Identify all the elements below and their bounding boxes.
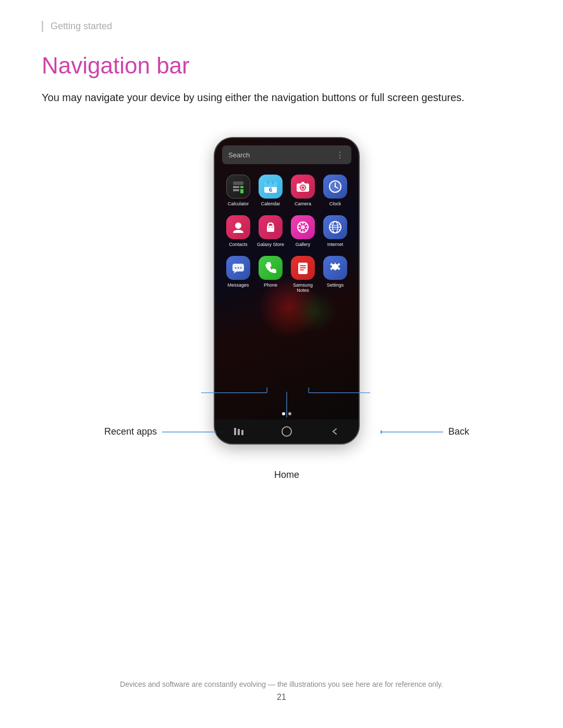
nav-back-button[interactable] [324, 424, 345, 439]
camera-icon [291, 175, 315, 199]
svg-rect-3 [240, 186, 243, 188]
phone-screen: Search ⋮ [215, 138, 359, 443]
svg-rect-0 [233, 181, 243, 185]
back-label: Back [448, 426, 469, 437]
app-item-internet[interactable]: Internet [319, 211, 351, 252]
clock-icon [323, 175, 347, 199]
svg-point-15 [302, 187, 304, 189]
phone-mockup: Search ⋮ [214, 137, 360, 445]
app-grid: Calculator 6 Calendar [222, 170, 351, 298]
svg-point-42 [240, 267, 242, 268]
galaxy-store-label: Galaxy Store [257, 242, 284, 248]
app-item-calendar[interactable]: 6 Calendar [254, 170, 287, 211]
samsung-notes-icon [291, 256, 315, 280]
page-description: You may navigate your device by using ei… [42, 89, 490, 106]
home-circle [282, 426, 292, 437]
gallery-icon [291, 215, 315, 239]
calculator-icon [226, 175, 250, 199]
svg-point-22 [235, 223, 241, 229]
svg-line-35 [299, 229, 301, 231]
svg-point-27 [301, 225, 305, 229]
svg-text:6: 6 [269, 187, 272, 193]
svg-rect-50 [241, 430, 243, 435]
svg-point-41 [238, 267, 239, 268]
svg-rect-16 [307, 184, 308, 186]
contacts-label: Contacts [229, 242, 248, 248]
svg-rect-5 [237, 189, 239, 191]
app-item-contacts[interactable]: Contacts [222, 211, 254, 252]
breadcrumb: Getting started [42, 21, 532, 32]
svg-rect-48 [234, 428, 236, 435]
dot-2 [288, 412, 291, 415]
messages-label: Messages [227, 282, 249, 288]
settings-icon [323, 256, 347, 280]
diagram-container: Search ⋮ [104, 137, 469, 445]
search-menu-icon[interactable]: ⋮ [336, 150, 345, 160]
svg-point-40 [235, 267, 237, 268]
svg-line-34 [305, 224, 307, 225]
svg-line-32 [299, 224, 301, 225]
calendar-label: Calendar [261, 201, 280, 207]
svg-rect-49 [238, 429, 240, 435]
recent-apps-label: Recent apps [104, 426, 157, 437]
app-item-clock[interactable]: Clock [319, 170, 351, 211]
svg-rect-12 [272, 181, 274, 184]
svg-line-33 [305, 229, 307, 231]
calendar-icon: 6 [259, 175, 283, 199]
app-item-messages[interactable]: Messages [222, 252, 254, 298]
phone-label: Phone [264, 282, 277, 288]
app-item-gallery[interactable]: Gallery [287, 211, 319, 252]
svg-rect-45 [300, 267, 306, 268]
nav-home-button[interactable] [276, 424, 297, 439]
app-item-phone[interactable]: Phone [254, 252, 287, 298]
calculator-label: Calculator [228, 201, 249, 207]
footer-disclaimer: Devices and software are constantly evol… [0, 680, 563, 688]
svg-rect-23 [267, 226, 274, 232]
messages-icon [226, 256, 250, 280]
svg-rect-44 [300, 265, 306, 266]
settings-label: Settings [327, 282, 344, 288]
svg-point-21 [335, 186, 336, 188]
phone-navbar [215, 419, 359, 443]
camera-label: Camera [295, 201, 311, 207]
dot-1 [282, 412, 285, 415]
svg-rect-2 [237, 186, 239, 188]
app-item-calculator[interactable]: Calculator [222, 170, 254, 211]
clock-label: Clock [329, 201, 341, 207]
phone-icon [259, 256, 283, 280]
svg-point-24 [268, 227, 270, 228]
internet-label: Internet [327, 242, 344, 248]
svg-rect-6 [240, 189, 243, 193]
app-item-samsung-notes[interactable]: Samsung Notes [287, 252, 319, 298]
page-title: Navigation bar [42, 53, 532, 79]
samsung-notes-label: Samsung Notes [289, 282, 317, 294]
phone-search-bar[interactable]: Search ⋮ [222, 145, 351, 164]
gallery-label: Gallery [296, 242, 311, 248]
nav-recent-button[interactable] [228, 424, 249, 439]
search-label: Search [228, 151, 250, 159]
internet-icon [323, 215, 347, 239]
contacts-icon [226, 215, 250, 239]
app-item-galaxy-store[interactable]: Galaxy Store [254, 211, 287, 252]
svg-rect-11 [267, 181, 269, 184]
svg-rect-1 [233, 186, 237, 188]
svg-rect-4 [233, 189, 237, 191]
app-item-camera[interactable]: Camera [287, 170, 319, 211]
svg-point-25 [272, 227, 273, 228]
footer: Devices and software are constantly evol… [0, 680, 563, 702]
galaxy-store-icon [259, 215, 283, 239]
footer-page-number: 21 [0, 693, 563, 702]
home-label: Home [274, 470, 299, 480]
phone-page-dots [215, 412, 359, 415]
svg-rect-46 [300, 269, 304, 270]
app-item-settings[interactable]: Settings [319, 252, 351, 298]
